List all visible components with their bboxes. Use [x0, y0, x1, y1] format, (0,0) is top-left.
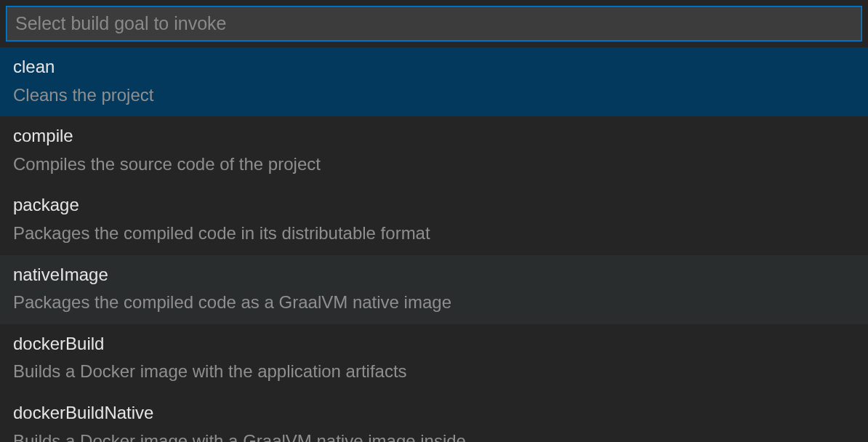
item-label: clean: [13, 55, 855, 79]
item-label: compile: [13, 124, 855, 148]
quickpick-panel: cleanCleans the projectcompileCompiles t…: [0, 0, 868, 442]
list-item[interactable]: dockerBuildBuilds a Docker image with th…: [0, 324, 868, 393]
item-label: dockerBuildNative: [13, 401, 855, 425]
build-goals-list: cleanCleans the projectcompileCompiles t…: [0, 47, 868, 442]
item-description: Builds a Docker image with a GraalVM nat…: [13, 429, 855, 442]
list-item[interactable]: nativeImagePackages the compiled code as…: [0, 255, 868, 324]
build-goal-input[interactable]: [7, 7, 861, 41]
item-label: dockerBuild: [13, 332, 855, 356]
list-item[interactable]: compileCompiles the source code of the p…: [0, 116, 868, 185]
item-description: Compiles the source code of the project: [13, 152, 855, 177]
input-container: [0, 0, 868, 47]
list-item[interactable]: cleanCleans the project: [0, 47, 868, 116]
item-label: nativeImage: [13, 262, 855, 287]
item-description: Cleans the project: [13, 83, 855, 108]
list-item[interactable]: dockerBuildNativeBuilds a Docker image w…: [0, 393, 868, 442]
item-description: Packages the compiled code in its distri…: [13, 221, 855, 246]
list-item[interactable]: packagePackages the compiled code in its…: [0, 185, 868, 254]
item-label: package: [13, 193, 855, 217]
item-description: Builds a Docker image with the applicati…: [13, 359, 855, 384]
item-description: Packages the compiled code as a GraalVM …: [13, 290, 855, 315]
